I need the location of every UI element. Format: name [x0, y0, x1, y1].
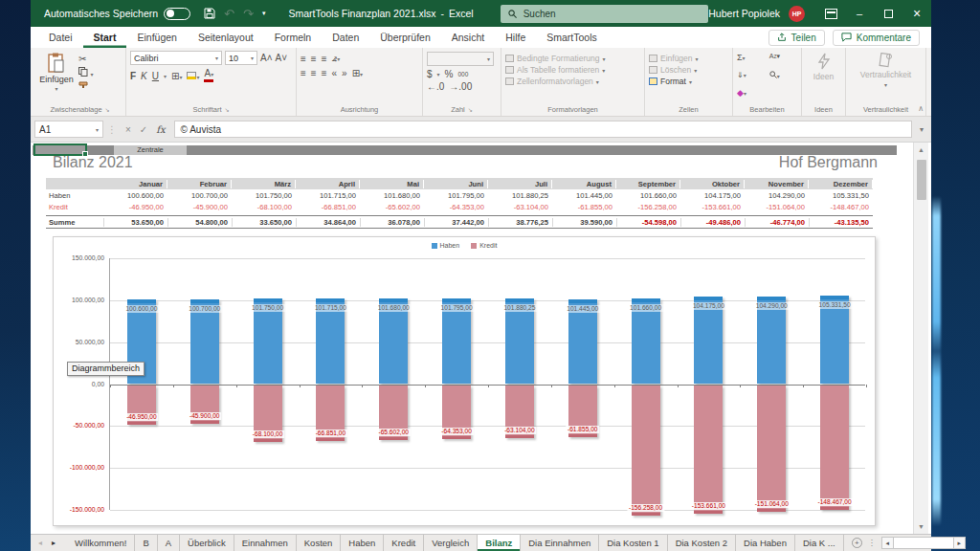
sheet-tab-kredit[interactable]: Kredit — [384, 535, 424, 551]
increase-font-button[interactable]: A˄ — [260, 53, 273, 63]
avatar[interactable]: HP — [789, 6, 805, 22]
tab-smarttools[interactable]: SmartTools — [536, 27, 608, 48]
scroll-down-icon[interactable]: ▼ — [914, 519, 928, 534]
sheet-tab-willkommen-[interactable]: Willkommen! — [67, 535, 135, 551]
redo-icon[interactable]: ↷ — [243, 7, 254, 21]
bar-kredit-september[interactable] — [632, 386, 660, 517]
table-cell[interactable]: 104.175,00 — [680, 191, 745, 200]
decrease-indent-button[interactable]: « — [332, 68, 338, 78]
fill-color-button[interactable]: ▾ — [187, 71, 199, 81]
tab-ansicht[interactable]: Ansicht — [441, 27, 495, 48]
confirm-entry-icon[interactable]: ✓ — [140, 124, 147, 135]
table-cell[interactable]: -45.900,00 — [167, 203, 232, 211]
format-as-table-button[interactable]: Als Tabelle formatieren▾ — [505, 65, 640, 75]
prev-sheet-icon[interactable]: ◂ — [38, 539, 42, 547]
sheet-tab-dia-einnahmen[interactable]: Dia Einnahmen — [521, 535, 599, 551]
table-cell[interactable]: 38.776,25 — [488, 218, 552, 227]
save-icon[interactable] — [204, 8, 215, 19]
worksheet[interactable]: Zentrale Bilanz 2021 Hof Bergmann Januar… — [31, 142, 931, 534]
table-cell[interactable]: 37.442,00 — [424, 218, 488, 227]
chart[interactable]: HabenKredit 150.000,00100.000,0050.000,0… — [53, 236, 876, 526]
insert-function-icon[interactable]: fx — [156, 124, 165, 135]
orientation-button[interactable]: ⦨▾ — [332, 53, 341, 64]
sheet-tab-a[interactable]: A — [158, 535, 180, 551]
table-cell[interactable]: 101.795,00 — [424, 191, 488, 200]
tab-daten[interactable]: Daten — [322, 27, 369, 48]
ribbon-display-options-button[interactable] — [816, 0, 845, 27]
dialog-launcher-icon[interactable]: ↘ — [224, 106, 229, 113]
insert-cells-button[interactable]: Einfügen▾ — [649, 54, 728, 63]
sheet-tab-vergleich[interactable]: Vergleich — [424, 535, 478, 551]
user-name[interactable]: Hubert Popiolek — [708, 8, 780, 19]
add-sheet-icon[interactable]: + — [852, 538, 862, 548]
ideas-button[interactable]: Ideen — [806, 51, 841, 104]
table-cell[interactable]: -151.064,00 — [745, 203, 809, 211]
clear-button[interactable]: ◆▾ — [737, 88, 764, 104]
bar-kredit-dezember[interactable] — [820, 386, 849, 510]
align-bottom-button[interactable]: ≡ — [322, 54, 327, 64]
cell-styles-button[interactable]: Zellenformatvorlagen▾ — [505, 77, 640, 86]
decrease-font-button[interactable]: A˅ — [276, 53, 288, 63]
table-cell[interactable]: 104.290,00 — [745, 191, 809, 200]
tab-seitenlayout[interactable]: Seitenlayout — [188, 27, 264, 48]
sheet-tab-dia-haben[interactable]: Dia Haben — [736, 535, 795, 551]
increase-decimal-button[interactable]: ←.0 — [427, 81, 444, 92]
sheet-tab--berblick[interactable]: Überblick — [180, 535, 234, 551]
align-left-button[interactable]: ≡ — [301, 68, 306, 78]
table-cell[interactable]: 101.680,00 — [360, 191, 424, 200]
cut-button[interactable]: ✂ — [78, 54, 94, 64]
sheet-tab-einnahmen[interactable]: Einnahmen — [234, 535, 297, 551]
dialog-launcher-icon[interactable]: ↘ — [105, 106, 110, 113]
table-cell[interactable]: -61.855,00 — [552, 203, 616, 211]
conditional-formatting-button[interactable]: Bedingte Formatierung▾ — [505, 54, 640, 63]
minimize-button[interactable]: – — [845, 0, 874, 27]
table-cell[interactable]: -156.258,00 — [616, 203, 680, 211]
table-cell[interactable]: 53.650,00 — [103, 218, 167, 227]
scroll-up-icon[interactable]: ▲ — [914, 143, 928, 157]
bar-kredit-november[interactable] — [757, 386, 786, 512]
table-cell[interactable]: 54.800,00 — [167, 218, 232, 227]
autosave-toggle[interactable] — [164, 8, 190, 20]
sort-filter-button[interactable]: AZ▾ — [769, 53, 797, 69]
autosum-button[interactable]: Σ▾ — [737, 53, 764, 69]
table-cell[interactable]: 100.600,00 — [103, 191, 167, 200]
scroll-left-icon[interactable]: ◂ — [881, 537, 894, 549]
sensitivity-button[interactable]: Vertraulichkeit ▾ — [850, 51, 922, 104]
table-cell[interactable]: -54.598,00 — [616, 218, 680, 227]
undo-icon[interactable]: ↶ — [224, 7, 234, 21]
table-cell[interactable]: 101.445,00 — [552, 191, 616, 200]
collapse-ribbon-button[interactable]: ∧ — [918, 104, 924, 113]
bar-kredit-oktober[interactable] — [694, 386, 723, 515]
tab-formeln[interactable]: Formeln — [264, 27, 323, 48]
align-right-button[interactable]: ≡ — [322, 68, 327, 78]
table-cell[interactable]: -66.851,00 — [296, 203, 360, 211]
search-input[interactable]: Suchen — [501, 5, 709, 23]
sheet-tab-b[interactable]: B — [135, 535, 157, 551]
decrease-decimal-button[interactable]: →.00 — [449, 81, 472, 92]
comma-format-button[interactable]: 000 — [457, 71, 468, 77]
table-cell[interactable]: -46.774,00 — [745, 218, 809, 227]
next-sheet-icon[interactable]: ▸ — [52, 539, 56, 547]
tab-einfügen[interactable]: Einfügen — [126, 27, 187, 48]
table-cell[interactable]: -46.950,00 — [103, 203, 167, 211]
horizontal-scrollbar[interactable]: ◂ ▸ — [881, 535, 966, 551]
tab-datei[interactable]: Datei — [38, 27, 83, 48]
underline-button[interactable]: U — [152, 71, 159, 81]
font-size-combo[interactable]: 10▾ — [225, 51, 257, 65]
fill-button[interactable]: ⇓▾ — [737, 71, 764, 87]
percent-format-button[interactable]: % — [445, 69, 454, 79]
table-cell[interactable]: -148.467,00 — [809, 203, 873, 211]
table-cell[interactable]: 36.078,00 — [360, 218, 424, 227]
cancel-entry-icon[interactable]: × — [125, 124, 131, 135]
tab-overflow-icon[interactable]: ⋮ — [868, 539, 876, 547]
align-middle-button[interactable]: ≡ — [311, 54, 317, 64]
scrollbar-thumb[interactable] — [917, 160, 926, 200]
table-cell[interactable]: 39.590,00 — [552, 218, 616, 227]
increase-indent-button[interactable]: » — [342, 68, 347, 78]
dialog-launcher-icon[interactable]: ↘ — [468, 106, 473, 113]
italic-button[interactable]: K — [141, 71, 147, 81]
close-button[interactable]: × — [902, 0, 931, 27]
sheet-tab-dia-kosten-1[interactable]: Dia Kosten 1 — [599, 535, 667, 551]
sheet-tab-bilanz[interactable]: Bilanz — [478, 535, 521, 551]
format-painter-button[interactable] — [78, 81, 94, 93]
